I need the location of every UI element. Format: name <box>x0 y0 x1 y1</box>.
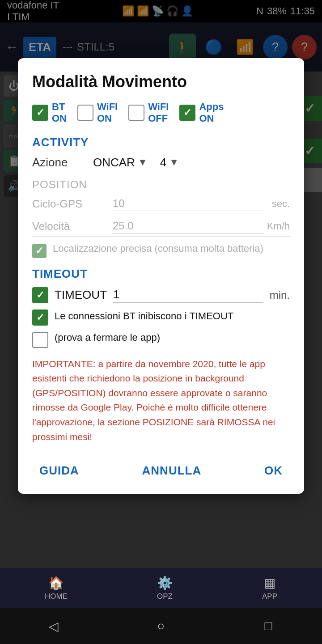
android-nav: ◁ ○ □ <box>0 608 322 644</box>
apps-on-toggle[interactable]: Apps ON <box>179 101 224 125</box>
action-label: Azione <box>32 156 86 169</box>
stop-app-label: (prova a fermare le app) <box>55 332 160 343</box>
activity-section-header: ACTIVITY <box>32 136 290 149</box>
app-grid-icon: ▦ <box>264 576 275 590</box>
wifi-off-checkbox[interactable] <box>128 105 144 121</box>
bt-toggle-label: BT ON <box>52 101 67 125</box>
nav-home-button[interactable]: ○ <box>148 613 174 640</box>
timeout-row: TIMEOUT 1 min. <box>32 287 290 303</box>
ciclo-gps-unit: sec. <box>263 198 290 210</box>
apps-on-checkbox[interactable] <box>179 105 195 121</box>
velocita-value[interactable]: 25.0 <box>113 220 263 233</box>
localizzazione-row: Localizzazione precisa (consuma molta ba… <box>32 242 290 258</box>
wifi-off-label: WiFI OFF <box>148 101 169 125</box>
timeout-section-header: TIMEOUT <box>32 267 290 281</box>
ciclo-gps-value[interactable]: 10 <box>113 197 263 211</box>
timeout-unit: min. <box>270 289 290 301</box>
nav-back-button[interactable]: ◁ <box>40 613 67 640</box>
position-section-header: POSITION <box>32 178 290 191</box>
app-label: APP <box>262 592 277 601</box>
bottom-home[interactable]: 🏠 HOME <box>45 576 68 601</box>
oncar-value: ONCAR <box>93 156 135 169</box>
bt-connessioni-checkbox[interactable] <box>32 309 48 326</box>
num-value: 4 <box>160 156 166 169</box>
toggle-row: BT ON WiFI ON WiFI OFF <box>32 101 290 125</box>
ciclo-gps-label: Ciclo-GPS <box>32 198 113 210</box>
annulla-button[interactable]: ANNULLA <box>135 460 209 481</box>
bt-toggle[interactable]: BT ON <box>32 101 67 125</box>
bt-checkbox[interactable] <box>32 105 48 121</box>
velocita-unit: Km/h <box>263 220 290 232</box>
velocita-label: Velocità <box>32 220 113 233</box>
opz-label: OPZ <box>157 592 173 601</box>
ciclo-gps-row: Ciclo-GPS 10 sec. <box>32 197 290 214</box>
wifi-off-toggle[interactable]: WiFI OFF <box>128 101 169 125</box>
guida-button[interactable]: GUIDA <box>32 460 86 481</box>
num-dropdown[interactable]: 4 ▼ <box>160 156 179 169</box>
home-icon: 🏠 <box>48 576 64 590</box>
bottom-opz[interactable]: ⚙️ OPZ <box>157 576 173 601</box>
bottom-app[interactable]: ▦ APP <box>262 576 277 601</box>
timeout-label: TIMEOUT <box>55 288 107 302</box>
localizzazione-label: Localizzazione precisa (consuma molta ba… <box>53 242 263 256</box>
oncar-dropdown[interactable]: ONCAR ▼ <box>93 156 148 169</box>
apps-on-label: Apps ON <box>199 101 224 125</box>
bt-connessioni-label: Le connessioni BT inibiscono i TIMEOUT <box>55 309 233 323</box>
wifi-on-label: WiFI ON <box>97 101 118 125</box>
important-text: IMPORTANTE: a partire da novembre 2020, … <box>32 357 290 444</box>
stop-app-row: (prova a fermare le app) <box>32 332 290 348</box>
velocita-row: Velocità 25.0 Km/h <box>32 220 290 237</box>
bottom-bar: 🏠 HOME ⚙️ OPZ ▦ APP <box>0 568 322 608</box>
oncar-arrow: ▼ <box>138 157 148 168</box>
settings-icon: ⚙️ <box>157 576 173 590</box>
home-label: HOME <box>45 592 68 601</box>
activity-row: Azione ONCAR ▼ 4 ▼ <box>32 156 290 169</box>
dialog-overlay: Modalità Movimento BT ON WiFI ON <box>0 0 322 644</box>
dialog-modal: Modalità Movimento BT ON WiFI ON <box>18 58 304 494</box>
ok-button[interactable]: OK <box>257 460 290 481</box>
stop-app-checkbox[interactable] <box>32 332 48 348</box>
num-arrow: ▼ <box>169 157 179 168</box>
localizzazione-checkbox[interactable] <box>32 244 47 258</box>
oncar-dropdown-group: ONCAR ▼ 4 ▼ <box>93 156 290 169</box>
timeout-checkbox[interactable] <box>32 287 48 303</box>
nav-recents-button[interactable]: □ <box>255 613 282 640</box>
dialog-buttons: GUIDA ANNULLA OK <box>32 457 290 481</box>
dialog-title: Modalità Movimento <box>32 72 290 91</box>
timeout-input[interactable]: 1 <box>113 288 263 303</box>
wifi-on-toggle[interactable]: WiFI ON <box>77 101 118 125</box>
wifi-on-checkbox[interactable] <box>77 105 93 121</box>
bt-connessioni-row: Le connessioni BT inibiscono i TIMEOUT <box>32 309 290 326</box>
